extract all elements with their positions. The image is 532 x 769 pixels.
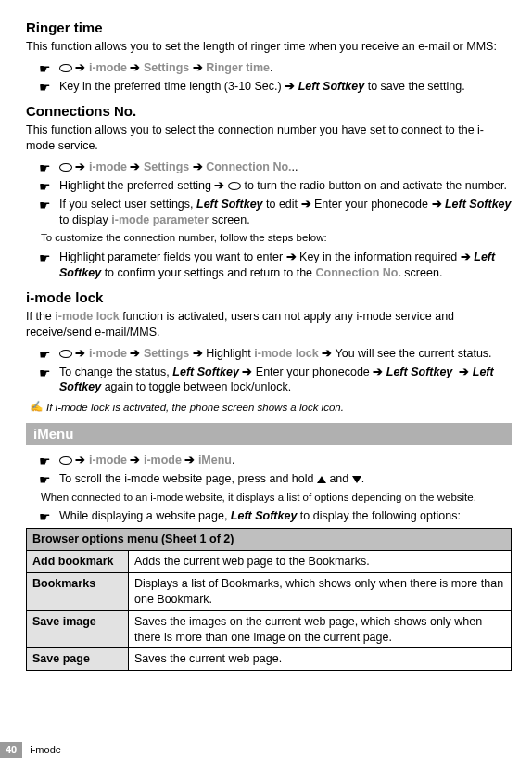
point-icon: ☛	[39, 346, 51, 364]
arrow-icon: ➔	[75, 347, 85, 360]
left-softkey-label: Left Softkey	[445, 198, 512, 211]
left-softkey-label: Left Softkey	[231, 509, 298, 522]
ringer-path-line: ☛ ➔ i-mode ➔ Settings ➔ Ringer time.	[26, 60, 512, 76]
table-row-heading: Save image	[27, 610, 129, 648]
conn-path-line: ☛ ➔ i-mode ➔ Settings ➔ Connection No...	[26, 160, 512, 175]
up-triangle-icon	[317, 476, 326, 483]
imode-lock-intro: If the i-mode lock function is activated…	[26, 309, 512, 340]
arrow-icon: ➔	[286, 250, 297, 263]
arrow-icon: ➔	[459, 365, 469, 378]
path-settings: Settings	[144, 347, 189, 360]
imode-parameter-label: i-mode parameter	[111, 213, 209, 226]
arrow-icon: ➔	[242, 365, 252, 378]
browser-options-table: Browser options menu (Sheet 1 of 2) Add …	[26, 528, 512, 671]
imode-lock-label: i-mode lock	[55, 310, 119, 323]
lock-change-line: ☛ To change the status, Left Softkey ➔ E…	[26, 365, 512, 396]
table-row-heading: Add bookmark	[27, 551, 129, 573]
conn-highlight-line: ☛ Highlight the preferred setting ➔ to t…	[26, 178, 512, 194]
path-imode: i-mode	[89, 61, 127, 74]
imenu-scroll-line: ☛ To scroll the i-mode website page, pre…	[26, 471, 512, 487]
point-icon: ☛	[39, 365, 51, 382]
arrow-icon: ➔	[130, 454, 140, 467]
imode-lock-label: i-mode lock	[254, 347, 318, 360]
down-triangle-icon	[352, 476, 361, 483]
path-imode: i-mode	[89, 347, 127, 360]
point-icon: ☛	[39, 197, 51, 214]
ringer-step-keyin: ☛ Key in the preferred time length (3-10…	[26, 79, 512, 95]
path-ringer-time: Ringer time	[206, 61, 270, 74]
arrow-icon: ➔	[432, 198, 442, 211]
left-softkey-label: Left Softkey	[172, 365, 239, 378]
table-header: Browser options menu (Sheet 1 of 2)	[27, 529, 512, 551]
left-softkey-label: Left Softkey	[298, 80, 365, 93]
conn-customize-note: To customize the connection number, foll…	[41, 231, 512, 246]
conn-paramfields-line: ☛ Highlight parameter fields you want to…	[26, 250, 512, 281]
point-icon: ☛	[39, 250, 51, 267]
table-row-desc: Adds the current web page to the Bookmar…	[129, 551, 512, 573]
connections-no-heading: Connections No.	[26, 102, 512, 121]
arrow-icon: ➔	[322, 347, 332, 360]
oval-icon	[59, 456, 72, 465]
path-imode: i-mode	[89, 160, 127, 173]
point-icon: ☛	[39, 60, 51, 78]
table-row: Bookmarks Displays a list of Bookmarks, …	[27, 572, 512, 610]
point-icon: ☛	[39, 79, 51, 96]
arrow-icon: ➔	[130, 347, 140, 360]
table-row: Save page Saves the current web page.	[27, 648, 512, 671]
lock-hint-note: ✍ If i-mode lock is activated, the phone…	[26, 401, 512, 416]
conn-usersettings-line: ☛ If you select user settings, Left Soft…	[26, 197, 512, 228]
point-icon: ☛	[39, 508, 51, 526]
oval-icon	[59, 64, 72, 72]
arrow-icon: ➔	[130, 61, 140, 74]
table-row-desc: Saves the images on the current web page…	[129, 610, 512, 648]
oval-icon	[59, 350, 72, 358]
path-imode: i-mode	[89, 454, 127, 467]
imenu-path-line: ☛ ➔ i-mode ➔ i-mode ➔ iMenu.	[26, 453, 512, 468]
hand-write-icon: ✍	[30, 400, 43, 415]
table-row: Save image Saves the images on the curre…	[27, 610, 512, 648]
arrow-icon: ➔	[184, 454, 195, 467]
path-imode: i-mode	[144, 454, 182, 467]
table-row-heading: Save page	[27, 648, 129, 671]
oval-icon	[228, 182, 241, 190]
left-softkey-label: Left Softkey	[386, 365, 453, 378]
page-footer: 40 i-mode	[0, 742, 61, 758]
arrow-icon: ➔	[130, 160, 140, 173]
imenu-section-banner: iMenu	[26, 423, 512, 445]
page-number: 40	[0, 742, 22, 758]
table-row-desc: Saves the current web page.	[129, 648, 512, 671]
table-row-desc: Displays a list of Bookmarks, which show…	[129, 572, 512, 610]
oval-icon	[59, 163, 72, 172]
table-row-heading: Bookmarks	[27, 572, 129, 610]
arrow-icon: ➔	[193, 347, 203, 360]
point-icon: ☛	[39, 160, 51, 177]
point-icon: ☛	[39, 471, 51, 489]
imode-lock-heading: i-mode lock	[26, 288, 512, 307]
connection-no-label: Connection No.	[316, 266, 401, 279]
arrow-icon: ➔	[285, 80, 295, 93]
arrow-icon: ➔	[461, 250, 471, 263]
path-settings: Settings	[144, 160, 189, 173]
arrow-icon: ➔	[75, 61, 85, 74]
ringer-time-intro: This function allows you to set the leng…	[26, 39, 512, 55]
footer-text: i-mode	[30, 743, 61, 757]
arrow-icon: ➔	[373, 365, 383, 378]
arrow-icon: ➔	[193, 160, 203, 173]
table-row: Add bookmark Adds the current web page t…	[27, 551, 512, 573]
arrow-icon: ➔	[301, 198, 311, 211]
ringer-time-heading: Ringer time	[26, 19, 512, 37]
arrow-icon: ➔	[214, 179, 224, 192]
path-connection-no: Connection No.	[206, 160, 291, 173]
connections-no-intro: This function allows you to select the c…	[26, 122, 512, 154]
path-settings: Settings	[144, 61, 189, 74]
left-softkey-label: Left Softkey	[196, 198, 263, 211]
imenu-note: When connected to an i-mode website, it …	[41, 491, 512, 506]
arrow-icon: ➔	[193, 61, 203, 74]
point-icon: ☛	[39, 453, 51, 470]
arrow-icon: ➔	[75, 160, 85, 173]
point-icon: ☛	[39, 178, 51, 196]
arrow-icon: ➔	[75, 454, 85, 467]
imenu-options-line: ☛ While displaying a website page, Left …	[26, 508, 512, 524]
lock-path-line: ☛ ➔ i-mode ➔ Settings ➔ Highlight i-mode…	[26, 346, 512, 362]
path-imenu: iMenu	[198, 454, 232, 467]
